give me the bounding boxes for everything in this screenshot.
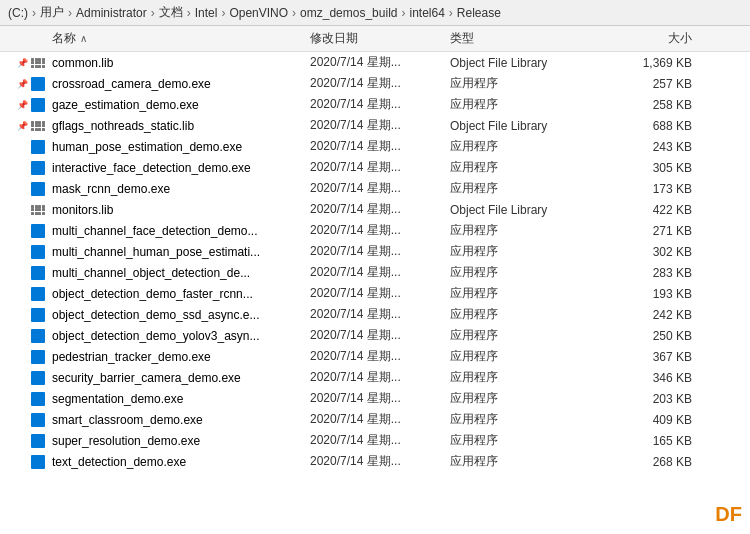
table-row[interactable]: monitors.lib2020/7/14 星期...Object File L… <box>0 199 750 220</box>
row-icons <box>0 412 52 428</box>
table-row[interactable]: multi_channel_face_detection_demo...2020… <box>0 220 750 241</box>
file-type: Object File Library <box>450 119 600 133</box>
file-type: 应用程序 <box>450 348 600 365</box>
file-name: interactive_face_detection_demo.exe <box>52 161 310 175</box>
file-size: 271 KB <box>600 224 700 238</box>
table-row[interactable]: super_resolution_demo.exe2020/7/14 星期...… <box>0 430 750 451</box>
exe-icon <box>30 370 46 386</box>
file-type: 应用程序 <box>450 432 600 449</box>
file-name: object_detection_demo_faster_rcnn... <box>52 287 310 301</box>
file-name: common.lib <box>52 56 310 70</box>
address-part[interactable]: Release <box>457 6 501 20</box>
file-type: 应用程序 <box>450 180 600 197</box>
table-row[interactable]: 📌crossroad_camera_demo.exe2020/7/14 星期..… <box>0 73 750 94</box>
address-separator: › <box>32 6 36 20</box>
exe-icon <box>30 265 46 281</box>
file-size: 1,369 KB <box>600 56 700 70</box>
file-type: 应用程序 <box>450 411 600 428</box>
df-watermark: DF <box>715 503 742 526</box>
table-row[interactable]: multi_channel_human_pose_estimati...2020… <box>0 241 750 262</box>
col-size-label: 大小 <box>600 30 700 47</box>
row-icons <box>0 160 52 176</box>
table-row[interactable]: object_detection_demo_faster_rcnn...2020… <box>0 283 750 304</box>
file-size: 346 KB <box>600 371 700 385</box>
row-icons: 📌 <box>0 118 52 134</box>
row-icons: 📌 <box>0 76 52 92</box>
col-type-label: 类型 <box>450 30 600 47</box>
lib-icon <box>30 55 46 71</box>
address-part[interactable]: (C:) <box>8 6 28 20</box>
file-type: 应用程序 <box>450 453 600 470</box>
address-part[interactable]: Administrator <box>76 6 147 20</box>
address-part[interactable]: OpenVINO <box>229 6 288 20</box>
file-name: super_resolution_demo.exe <box>52 434 310 448</box>
exe-icon <box>30 244 46 260</box>
address-part[interactable]: Intel <box>195 6 218 20</box>
address-part[interactable]: omz_demos_build <box>300 6 397 20</box>
row-icons: 📌 <box>0 97 52 113</box>
table-row[interactable]: 📌common.lib2020/7/14 星期...Object File Li… <box>0 52 750 73</box>
file-date: 2020/7/14 星期... <box>310 117 450 134</box>
col-date-label: 修改日期 <box>310 30 450 47</box>
file-size: 242 KB <box>600 308 700 322</box>
table-row[interactable]: object_detection_demo_ssd_async.e...2020… <box>0 304 750 325</box>
table-row[interactable]: 📌gflags_nothreads_static.lib2020/7/14 星期… <box>0 115 750 136</box>
row-icons <box>0 433 52 449</box>
table-row[interactable]: pedestrian_tracker_demo.exe2020/7/14 星期.… <box>0 346 750 367</box>
column-header: 名称 ∧ 修改日期 类型 大小 <box>0 26 750 52</box>
file-size: 173 KB <box>600 182 700 196</box>
file-size: 422 KB <box>600 203 700 217</box>
file-name: multi_channel_object_detection_de... <box>52 266 310 280</box>
table-row[interactable]: text_detection_demo.exe2020/7/14 星期...应用… <box>0 451 750 472</box>
file-name: security_barrier_camera_demo.exe <box>52 371 310 385</box>
file-name: gflags_nothreads_static.lib <box>52 119 310 133</box>
file-date: 2020/7/14 星期... <box>310 96 450 113</box>
sort-arrow-icon: ∧ <box>80 33 87 44</box>
table-row[interactable]: smart_classroom_demo.exe2020/7/14 星期...应… <box>0 409 750 430</box>
file-type: 应用程序 <box>450 243 600 260</box>
pin-icon: 📌 <box>17 58 28 68</box>
address-bar[interactable]: (C:) › 用户 › Administrator › 文档 › Intel ›… <box>0 0 750 26</box>
exe-icon <box>30 139 46 155</box>
address-part[interactable]: intel64 <box>409 6 444 20</box>
file-name: multi_channel_face_detection_demo... <box>52 224 310 238</box>
table-row[interactable]: security_barrier_camera_demo.exe2020/7/1… <box>0 367 750 388</box>
table-row[interactable]: human_pose_estimation_demo.exe2020/7/14 … <box>0 136 750 157</box>
table-row[interactable]: 📌gaze_estimation_demo.exe2020/7/14 星期...… <box>0 94 750 115</box>
address-part[interactable]: 用户 <box>40 4 64 21</box>
file-type: 应用程序 <box>450 138 600 155</box>
file-type: 应用程序 <box>450 390 600 407</box>
file-date: 2020/7/14 星期... <box>310 348 450 365</box>
file-date: 2020/7/14 星期... <box>310 264 450 281</box>
file-type: 应用程序 <box>450 306 600 323</box>
file-size: 258 KB <box>600 98 700 112</box>
pin-icon: 📌 <box>17 121 28 131</box>
row-icons <box>0 370 52 386</box>
row-icons <box>0 202 52 218</box>
exe-icon <box>30 391 46 407</box>
file-date: 2020/7/14 星期... <box>310 159 450 176</box>
file-date: 2020/7/14 星期... <box>310 369 450 386</box>
file-date: 2020/7/14 星期... <box>310 411 450 428</box>
table-row[interactable]: mask_rcnn_demo.exe2020/7/14 星期...应用程序173… <box>0 178 750 199</box>
table-row[interactable]: interactive_face_detection_demo.exe2020/… <box>0 157 750 178</box>
file-type: 应用程序 <box>450 75 600 92</box>
file-date: 2020/7/14 星期... <box>310 180 450 197</box>
file-date: 2020/7/14 星期... <box>310 390 450 407</box>
row-icons <box>0 349 52 365</box>
exe-icon <box>30 307 46 323</box>
row-icons <box>0 328 52 344</box>
file-size: 193 KB <box>600 287 700 301</box>
table-row[interactable]: object_detection_demo_yolov3_asyn...2020… <box>0 325 750 346</box>
file-size: 409 KB <box>600 413 700 427</box>
file-size: 250 KB <box>600 329 700 343</box>
address-separator: › <box>187 6 191 20</box>
address-part[interactable]: 文档 <box>159 4 183 21</box>
address-separator: › <box>292 6 296 20</box>
exe-icon <box>30 412 46 428</box>
file-date: 2020/7/14 星期... <box>310 327 450 344</box>
exe-icon <box>30 454 46 470</box>
table-row[interactable]: segmentation_demo.exe2020/7/14 星期...应用程序… <box>0 388 750 409</box>
table-row[interactable]: multi_channel_object_detection_de...2020… <box>0 262 750 283</box>
file-name: object_detection_demo_ssd_async.e... <box>52 308 310 322</box>
